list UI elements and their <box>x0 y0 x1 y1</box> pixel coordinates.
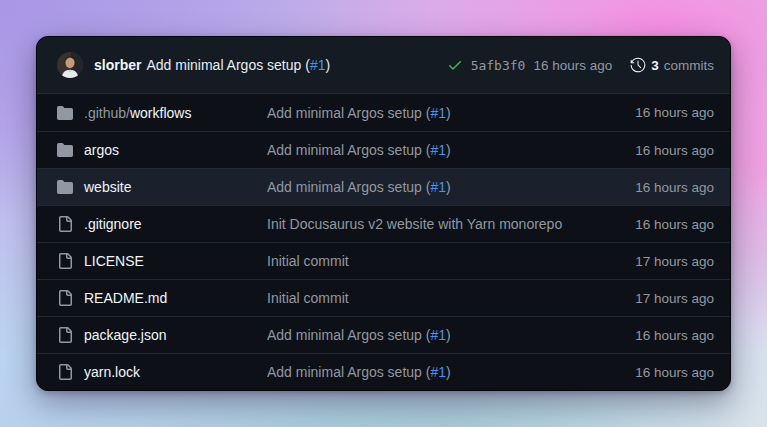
row-message-text: Initial commit <box>267 290 349 306</box>
table-row-readme[interactable]: README.md Initial commit 17 hours ago <box>37 279 730 316</box>
history-icon <box>630 57 646 73</box>
row-commit-message[interactable]: Add minimal Argos setup (#1) <box>267 364 584 380</box>
file-name-cell: yarn.lock <box>57 364 267 380</box>
path-segment[interactable]: .gitignore <box>84 216 142 232</box>
file-icon <box>57 290 73 306</box>
row-message-text: Add minimal Argos setup ( <box>267 142 430 158</box>
pr-link[interactable]: #1 <box>430 105 446 121</box>
commit-message-close: ) <box>325 57 330 73</box>
commit-message-text: Add minimal Argos setup ( <box>146 57 309 73</box>
file-icon <box>57 364 73 380</box>
row-message-text: Add minimal Argos setup ( <box>267 364 430 380</box>
checks-passed-icon[interactable] <box>447 57 463 73</box>
commits-label: commits <box>664 58 714 73</box>
pr-link[interactable]: #1 <box>310 57 326 73</box>
table-row-github-workflows[interactable]: .github/workflows Add minimal Argos setu… <box>37 94 730 131</box>
folder-icon <box>57 179 73 195</box>
folder-icon <box>57 142 73 158</box>
row-time: 16 hours ago <box>584 328 714 343</box>
commit-sha[interactable]: 5afb3f0 <box>471 58 526 73</box>
table-row-yarn-lock[interactable]: yarn.lock Add minimal Argos setup (#1) 1… <box>37 353 730 390</box>
file-name-link[interactable]: .gitignore <box>84 216 142 232</box>
row-commit-message[interactable]: Add minimal Argos setup (#1) <box>267 327 584 343</box>
row-message-text: Init Docusaurus v2 website with Yarn mon… <box>267 216 562 232</box>
commits-history-link[interactable]: 3 commits <box>630 57 714 73</box>
row-message-close: ) <box>446 179 451 195</box>
row-time: 17 hours ago <box>584 254 714 269</box>
row-time: 16 hours ago <box>584 143 714 158</box>
row-commit-message[interactable]: Add minimal Argos setup (#1) <box>267 105 584 121</box>
path-segment[interactable]: LICENSE <box>84 253 144 269</box>
avatar-image <box>57 52 83 78</box>
file-name-cell: package.json <box>57 327 267 343</box>
row-commit-message[interactable]: Initial commit <box>267 253 584 269</box>
row-time: 16 hours ago <box>584 180 714 195</box>
row-message-close: ) <box>446 364 451 380</box>
path-segment[interactable]: README.md <box>84 290 167 306</box>
commit-time: 16 hours ago <box>533 58 612 73</box>
file-name-cell: .gitignore <box>57 216 267 232</box>
file-icon <box>57 216 73 232</box>
row-message-text: Add minimal Argos setup ( <box>267 179 430 195</box>
repo-file-browser: slorber Add minimal Argos setup (#1) 5af… <box>36 36 731 391</box>
table-row-package-json[interactable]: package.json Add minimal Argos setup (#1… <box>37 316 730 353</box>
file-name-cell: .github/workflows <box>57 105 267 121</box>
row-time: 16 hours ago <box>584 217 714 232</box>
row-commit-message[interactable]: Initial commit <box>267 290 584 306</box>
pr-link[interactable]: #1 <box>430 142 446 158</box>
table-row-argos[interactable]: argos Add minimal Argos setup (#1) 16 ho… <box>37 131 730 168</box>
commit-meta: 5afb3f0 16 hours ago 3 commits <box>447 57 714 73</box>
file-table: .github/workflows Add minimal Argos setu… <box>37 94 730 390</box>
table-row-license[interactable]: LICENSE Initial commit 17 hours ago <box>37 242 730 279</box>
commits-count: 3 <box>651 58 659 73</box>
file-name-cell: README.md <box>57 290 267 306</box>
row-time: 16 hours ago <box>584 365 714 380</box>
row-time: 16 hours ago <box>584 105 714 120</box>
table-row-gitignore[interactable]: .gitignore Init Docusaurus v2 website wi… <box>37 205 730 242</box>
table-row-website[interactable]: website Add minimal Argos setup (#1) 16 … <box>37 168 730 205</box>
avatar[interactable] <box>57 52 83 78</box>
path-segment[interactable]: website <box>84 179 131 195</box>
file-name-link[interactable]: website <box>84 179 131 195</box>
path-segment[interactable]: workflows <box>130 105 191 121</box>
file-name-cell: LICENSE <box>57 253 267 269</box>
row-commit-message[interactable]: Init Docusaurus v2 website with Yarn mon… <box>267 216 584 232</box>
row-commit-message[interactable]: Add minimal Argos setup (#1) <box>267 179 584 195</box>
row-message-close: ) <box>446 327 451 343</box>
row-message-text: Add minimal Argos setup ( <box>267 105 430 121</box>
file-name-cell: argos <box>57 142 267 158</box>
file-name-link[interactable]: yarn.lock <box>84 364 140 380</box>
file-name-link[interactable]: LICENSE <box>84 253 144 269</box>
path-prefix[interactable]: .github/ <box>84 105 130 121</box>
latest-commit-header: slorber Add minimal Argos setup (#1) 5af… <box>37 37 730 94</box>
folder-icon <box>57 105 73 121</box>
row-message-text: Add minimal Argos setup ( <box>267 327 430 343</box>
row-message-close: ) <box>446 105 451 121</box>
commit-message[interactable]: Add minimal Argos setup (#1) <box>146 57 330 73</box>
file-icon <box>57 253 73 269</box>
pr-link[interactable]: #1 <box>430 364 446 380</box>
path-segment[interactable]: package.json <box>84 327 167 343</box>
row-message-close: ) <box>446 142 451 158</box>
row-time: 17 hours ago <box>584 291 714 306</box>
file-icon <box>57 327 73 343</box>
pr-link[interactable]: #1 <box>430 179 446 195</box>
file-name-link[interactable]: README.md <box>84 290 167 306</box>
pr-link[interactable]: #1 <box>430 327 446 343</box>
commit-author[interactable]: slorber <box>94 57 141 73</box>
file-name-link[interactable]: argos <box>84 142 119 158</box>
path-segment[interactable]: yarn.lock <box>84 364 140 380</box>
row-message-text: Initial commit <box>267 253 349 269</box>
file-name-link[interactable]: package.json <box>84 327 167 343</box>
row-commit-message[interactable]: Add minimal Argos setup (#1) <box>267 142 584 158</box>
path-segment[interactable]: argos <box>84 142 119 158</box>
file-name-cell: website <box>57 179 267 195</box>
file-name-link[interactable]: .github/workflows <box>84 105 191 121</box>
